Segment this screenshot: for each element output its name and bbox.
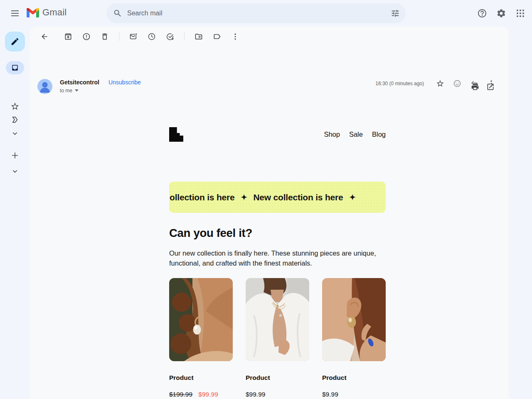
sender-avatar[interactable] [37,79,52,94]
left-navigation-rail [0,27,30,399]
search-input[interactable] [127,10,391,17]
product-grid: Product $199.99 $99.99 [169,278,386,398]
search-options-icon[interactable] [391,9,400,18]
sidebar-item-important[interactable] [0,115,30,124]
email-heading: Can you feel it? [169,227,386,240]
gmail-m-icon [27,8,39,17]
unsubscribe-link[interactable]: Unsubscribe [108,79,141,86]
sidebar-more-chevron-icon[interactable] [0,129,30,138]
product-price: $9.99 [322,391,386,398]
reply-icon[interactable] [470,79,478,88]
message-more-icon[interactable] [487,79,495,88]
product-card: Product $199.99 $99.99 [169,278,233,398]
banner-text: New collection is here [253,192,343,202]
details-caret-icon [75,89,79,92]
product-price: $99.99 [246,391,309,398]
settings-gear-icon[interactable] [496,8,506,18]
labels-icon[interactable] [213,32,221,41]
compose-pencil-icon [10,37,20,46]
store-nav: Shop Sale Blog [324,131,386,138]
toolbar-divider [119,32,119,41]
product-photo-necklace[interactable] [246,278,309,361]
product-name: Product [169,374,233,382]
nav-link-blog[interactable]: Blog [372,131,386,138]
search-icon[interactable] [113,9,122,18]
google-apps-icon[interactable] [515,8,525,18]
sparkle-icon: ✦ [241,193,247,202]
star-message-icon[interactable] [436,79,444,88]
more-options-icon[interactable] [231,32,239,41]
gmail-wordmark: Gmail [42,7,66,18]
mark-unread-icon[interactable] [129,32,138,41]
gmail-top-bar: Gmail [0,0,532,27]
original-price: $199.99 [169,391,192,398]
inbox-icon [11,64,19,71]
sender-name: Getsitecontrol [60,79,99,86]
product-card: Product $9.99 [322,278,386,398]
sidebar-item-starred[interactable] [0,102,30,111]
delete-icon[interactable] [101,32,109,41]
reading-pane: Getsitecontrol Unsubscribe to me 16:30 (… [30,27,509,399]
email-paragraph: Our new collection is finally here. Thes… [169,248,377,268]
sidebar-expand-chevron-icon[interactable] [0,167,30,175]
star-icon [10,102,20,111]
sale-price: $99.99 [198,391,218,398]
email-header: Getsitecontrol Unsubscribe to me 16:30 (… [37,79,495,94]
email-body: Shop Sale Blog ollection is here ✦ New c… [169,127,386,398]
snooze-icon[interactable] [148,32,156,41]
product-photo-earring-profile[interactable] [169,278,233,361]
product-name: Product [322,374,386,382]
back-to-inbox-icon[interactable] [40,32,49,41]
banner-text: ollection is here [170,192,234,202]
recipient-details-toggle[interactable]: to me [60,88,141,94]
sidebar-item-inbox[interactable] [0,61,30,74]
nav-link-shop[interactable]: Shop [324,131,340,138]
product-price: $199.99 $99.99 [169,391,233,398]
toolbar-divider [184,32,185,41]
product-name: Product [246,374,309,382]
help-icon[interactable] [477,8,487,18]
email-timestamp: 16:30 (0 minutes ago) [375,81,424,86]
sidebar-create-label-plus-icon[interactable] [0,151,30,160]
recipient-label: to me [60,88,72,94]
main-menu-icon[interactable] [10,8,20,18]
archive-icon[interactable] [64,32,72,41]
new-collection-banner: ollection is here ✦ New collection is he… [169,182,386,213]
email-toolbar [40,32,239,41]
sparkle-icon: ✦ [350,193,356,202]
important-marker-icon [10,115,20,124]
compose-button[interactable] [5,32,25,52]
add-to-tasks-icon[interactable] [166,32,174,41]
product-card: Product $99.99 [246,278,309,398]
gmail-logo[interactable]: Gmail [27,7,66,18]
product-photo-ear-closeup[interactable] [322,278,386,361]
search-bar[interactable] [106,3,406,23]
emoji-reaction-icon[interactable] [453,79,461,88]
store-logo[interactable] [169,127,183,142]
move-to-icon[interactable] [195,32,203,41]
report-spam-icon[interactable] [82,32,91,41]
nav-link-sale[interactable]: Sale [349,131,363,138]
